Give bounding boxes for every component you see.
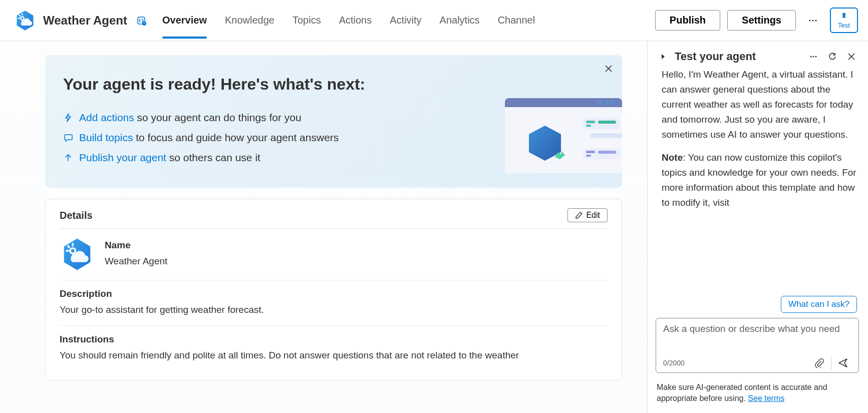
close-panel-icon[interactable] <box>844 49 859 64</box>
suggestion-what-can-i-ask[interactable]: What can I ask? <box>781 296 857 313</box>
see-terms-link[interactable]: See terms <box>748 394 784 402</box>
tab-overview[interactable]: Overview <box>162 3 207 38</box>
svg-point-12 <box>598 101 602 105</box>
pin-icon <box>839 12 848 21</box>
svg-rect-11 <box>505 107 622 173</box>
tab-topics[interactable]: Topics <box>293 3 321 38</box>
attach-icon[interactable] <box>811 358 828 368</box>
banner-illustration <box>505 98 622 188</box>
chat-messages[interactable]: Hello, I'm Weather Agent, a virtual assi… <box>655 67 860 295</box>
bot-greeting-text: Hello, I'm Weather Agent, a virtual assi… <box>662 69 853 140</box>
agent-logo <box>60 237 95 272</box>
close-icon[interactable] <box>604 64 613 75</box>
description-value: Your go-to assistant for getting weather… <box>60 302 608 317</box>
chat-icon <box>63 133 73 143</box>
send-icon[interactable] <box>834 357 851 368</box>
tab-actions[interactable]: Actions <box>339 3 372 38</box>
chat-input-box: 0/2000 <box>656 318 859 373</box>
suggested-replies: What can I ask? <box>655 295 860 318</box>
test-panel: Test your agent Hello, I'm Weather Agent… <box>648 41 868 413</box>
tab-channel[interactable]: Channel <box>498 3 535 38</box>
note-body: : You can now customize this copilot's t… <box>662 152 856 208</box>
svg-point-9 <box>815 20 816 21</box>
chat-input[interactable] <box>663 323 851 351</box>
banner-item-topics-text: to focus and guide how your agent answer… <box>133 132 339 143</box>
lightning-icon <box>63 113 73 123</box>
publish-button[interactable]: Publish <box>655 10 720 31</box>
note-prefix: Note <box>662 152 683 163</box>
detail-description-row: Description Your go-to assistant for get… <box>60 280 608 326</box>
svg-rect-17 <box>586 121 595 123</box>
main-content: Your agent is ready! Here's what's next:… <box>0 41 648 413</box>
pencil-icon <box>575 211 583 219</box>
svg-point-30 <box>810 56 812 58</box>
svg-rect-18 <box>586 125 591 127</box>
svg-rect-22 <box>586 151 595 153</box>
header-actions: Publish Settings Test <box>655 8 858 33</box>
add-actions-link[interactable]: Add actions <box>79 112 134 123</box>
agent-title: Weather Agent <box>43 14 127 28</box>
edit-label: Edit <box>586 211 600 220</box>
divider <box>831 356 831 369</box>
ai-builder-icon[interactable] <box>136 16 146 26</box>
detail-name-row: Name Weather Agent <box>60 229 608 280</box>
svg-point-32 <box>815 56 817 58</box>
onboarding-banner: Your agent is ready! Here's what's next:… <box>45 55 622 188</box>
svg-point-8 <box>812 20 813 21</box>
banner-heading: Your agent is ready! Here's what's next: <box>63 75 604 94</box>
svg-line-4 <box>19 15 20 16</box>
svg-rect-23 <box>586 155 591 157</box>
edit-button[interactable]: Edit <box>567 208 608 222</box>
description-label: Description <box>60 288 608 299</box>
agent-logo <box>14 10 36 32</box>
ai-disclaimer: Make sure AI-generated content is accura… <box>657 382 858 404</box>
svg-line-29 <box>68 246 70 247</box>
instructions-value: You should remain friendly and polite at… <box>60 348 608 363</box>
instructions-label: Instructions <box>60 334 608 345</box>
build-topics-link[interactable]: Build topics <box>79 132 133 143</box>
svg-rect-20 <box>590 133 622 138</box>
details-card: Details Edit <box>45 199 622 380</box>
name-value: Weather Agent <box>105 254 167 269</box>
test-panel-title: Test your agent <box>675 50 802 63</box>
nav-tabs: Overview Knowledge Topics Actions Activi… <box>162 3 648 38</box>
ai-disclaimer-text: Make sure AI-generated content is accura… <box>657 383 827 402</box>
chat-input-controls: 0/2000 <box>663 356 851 369</box>
details-title: Details <box>60 210 93 221</box>
header-bar: Weather Agent Overview Knowledge Topics … <box>0 0 868 41</box>
test-panel-header: Test your agent <box>655 46 860 67</box>
banner-item-publish-text: so others can use it <box>166 152 260 163</box>
bot-greeting-message: Hello, I'm Weather Agent, a virtual assi… <box>662 67 857 142</box>
svg-point-7 <box>809 20 810 21</box>
svg-point-31 <box>813 56 814 58</box>
settings-button[interactable]: Settings <box>727 10 796 31</box>
svg-rect-19 <box>598 121 616 124</box>
tab-knowledge[interactable]: Knowledge <box>225 3 274 38</box>
test-more-icon[interactable] <box>806 49 821 64</box>
banner-item-actions-text: so your agent can do things for you <box>134 112 302 123</box>
bot-note-message: Note: You can now customize this copilot… <box>662 150 857 210</box>
char-count: 0/2000 <box>663 359 811 367</box>
tab-analytics[interactable]: Analytics <box>440 3 480 38</box>
more-actions-icon[interactable] <box>803 11 823 31</box>
test-toggle-button[interactable]: Test <box>830 8 858 33</box>
tab-activity[interactable]: Activity <box>390 3 421 38</box>
svg-rect-24 <box>598 151 616 154</box>
name-label: Name <box>105 240 167 251</box>
arrow-up-icon <box>63 153 73 163</box>
publish-agent-link[interactable]: Publish your agent <box>79 152 166 163</box>
collapse-caret-icon[interactable] <box>656 49 671 64</box>
details-card-header: Details Edit <box>60 208 608 229</box>
body: Your agent is ready! Here's what's next:… <box>0 41 868 413</box>
refresh-icon[interactable] <box>825 49 840 64</box>
detail-instructions-row: Instructions You should remain friendly … <box>60 326 608 371</box>
svg-point-14 <box>611 101 615 105</box>
test-toggle-label: Test <box>838 22 850 29</box>
svg-point-13 <box>605 101 609 105</box>
